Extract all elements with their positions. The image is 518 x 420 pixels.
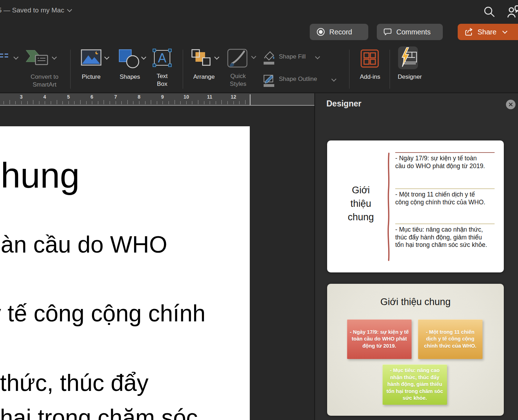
- slide-body-text-line[interactable]: y tế công cộng chính: [0, 301, 205, 326]
- picture-icon: [81, 49, 101, 66]
- shape-fill-chevron-icon: [315, 54, 320, 59]
- shape-outline-chevron-icon: [331, 77, 336, 82]
- convert-smartart-label-line2: SmartArt: [17, 81, 72, 89]
- ruler-tick: [180, 101, 181, 104]
- picture-label: Picture: [80, 73, 102, 81]
- ruler-tick: [80, 100, 81, 104]
- shape-fill-icon: [263, 50, 276, 65]
- card1-separator: [395, 223, 495, 224]
- shape-outline-button[interactable]: Shape Outline: [262, 72, 342, 88]
- shapes-button[interactable]: Shapes: [117, 48, 148, 90]
- add-ins-button[interactable]: Add-ins: [356, 48, 385, 90]
- ruler-tick: [245, 100, 246, 104]
- share-icon: [464, 27, 474, 37]
- ruler-tick: [139, 101, 139, 104]
- ruler-tick: [62, 101, 63, 104]
- text-box-icon: A: [151, 48, 173, 68]
- ruler-tick: [192, 101, 192, 104]
- ruler-tick: [162, 101, 163, 104]
- share-dropdown-chevron-icon: [502, 29, 507, 34]
- record-icon: [316, 27, 325, 37]
- ruler-number: 4: [43, 94, 46, 100]
- card2-title: Giới thiệu chung: [327, 297, 504, 308]
- ruler-tick: [216, 101, 216, 104]
- title-dropdown-chevron-icon[interactable]: [67, 7, 72, 12]
- designer-panel-close-button[interactable]: [506, 100, 516, 109]
- ruler-tick: [186, 101, 187, 104]
- ruler-number: 3: [20, 94, 23, 100]
- ruler-tick: [74, 101, 75, 104]
- ruler-tick: [51, 101, 51, 104]
- card2-red-box: - Ngày 17/9: sự kiện y tế toàn cầu do WH…: [347, 319, 412, 359]
- document-title: 5 — Saved to my Mac: [0, 6, 64, 14]
- list-dropdown-chevron-icon[interactable]: [13, 55, 18, 60]
- ruler-tick: [4, 101, 4, 104]
- card1-bullet-2: - Một trong 11 chiến dịch y tế công cộng…: [395, 191, 500, 206]
- arrange-icon: [191, 49, 213, 68]
- powerpoint-window: 5 — Saved to my Mac Record Comments Shar…: [0, 0, 518, 420]
- ruler-tick: [233, 101, 234, 104]
- quick-styles-button[interactable]: Quick Styles: [225, 47, 258, 91]
- ruler-tick: [39, 101, 39, 104]
- smartart-chevron-icon: [52, 55, 57, 60]
- share-button[interactable]: Share: [458, 24, 518, 40]
- ruler-tick: [127, 100, 128, 104]
- design-suggestion-card-1[interactable]: Giới thiệu chung - Ngày 17/9: sự kiện y …: [327, 140, 504, 272]
- ruler-number: 5: [67, 94, 70, 100]
- convert-smartart-label-line1: Convert to: [17, 73, 72, 81]
- shape-outline-icon: [263, 73, 276, 88]
- quick-styles-label-line2: Styles: [227, 80, 249, 88]
- designer-icon: [399, 47, 418, 68]
- columns-list-icon[interactable]: [0, 53, 9, 61]
- card2-orange-box: - Một trong 11 chiến dịch y tế công cộng…: [418, 319, 483, 359]
- ruler-tick: [210, 101, 210, 104]
- quick-styles-label-line1: Quick: [227, 72, 249, 80]
- ruler-tick: [239, 101, 239, 104]
- ruler-tick: [157, 101, 157, 104]
- ruler-number: 12: [231, 94, 236, 100]
- designer-label: Designer: [396, 73, 424, 81]
- card1-separator: [395, 152, 495, 153]
- ruler-tick: [57, 100, 57, 104]
- ruler-margin-marker[interactable]: [250, 94, 250, 105]
- card1-heading: Giới thiệu chung: [334, 183, 387, 224]
- textbox-label-line2: Box: [151, 80, 173, 88]
- designer-button[interactable]: Designer: [394, 45, 426, 90]
- slide-body-text-line[interactable]: àn cầu do WHO: [1, 232, 167, 257]
- card1-red-divider-line: [387, 153, 391, 261]
- slide-body-text-line[interactable]: thức, thúc đẩy: [0, 370, 148, 396]
- ruler-tick: [151, 100, 151, 104]
- ruler-tick: [110, 101, 110, 104]
- convert-to-smartart-button[interactable]: Convert to SmartArt: [21, 48, 67, 90]
- search-icon[interactable]: [483, 6, 495, 18]
- ruler-tick: [98, 101, 98, 104]
- comments-button[interactable]: Comments: [377, 24, 443, 40]
- design-suggestion-card-2[interactable]: Giới thiệu chung - Ngày 17/9: sự kiện y …: [327, 284, 504, 416]
- ruler-tick: [15, 101, 16, 104]
- ruler-tick: [133, 101, 133, 104]
- ruler-tick: [145, 101, 145, 104]
- ruler-number: 8: [138, 94, 140, 100]
- text-box-button[interactable]: A Text Box: [151, 47, 173, 90]
- picture-button[interactable]: Picture: [79, 48, 113, 90]
- ruler-tick: [33, 100, 33, 104]
- ruler-number: 9: [161, 94, 164, 100]
- add-ins-icon: [360, 49, 380, 68]
- shape-fill-button[interactable]: Shape Fill: [262, 50, 326, 66]
- ruler-tick: [116, 101, 116, 104]
- presenter-coach-people-icon[interactable]: [507, 4, 518, 20]
- arrange-chevron-icon: [214, 55, 219, 60]
- ruler-number: 6: [90, 94, 93, 100]
- comments-icon: [383, 27, 392, 37]
- card1-bullet-1: - Ngày 17/9: sự kiện y tế toàn cầu do WH…: [395, 155, 500, 170]
- arrange-label: Arrange: [191, 73, 217, 81]
- arrange-button[interactable]: Arrange: [190, 48, 222, 90]
- slide-canvas[interactable]: hung àn cầu do WHO y tế công cộng chính …: [0, 126, 250, 420]
- record-button[interactable]: Record: [310, 24, 368, 40]
- smartart-icon: [26, 49, 49, 69]
- slide-title-text[interactable]: hung: [1, 156, 79, 194]
- ruler-tick: [221, 100, 222, 104]
- horizontal-ruler: 3 4 5 6 7 8 9 10 11 12: [0, 93, 314, 106]
- slide-body-text-line[interactable]: hại trong chăm sóc: [0, 405, 198, 420]
- card1-separator: [395, 188, 495, 189]
